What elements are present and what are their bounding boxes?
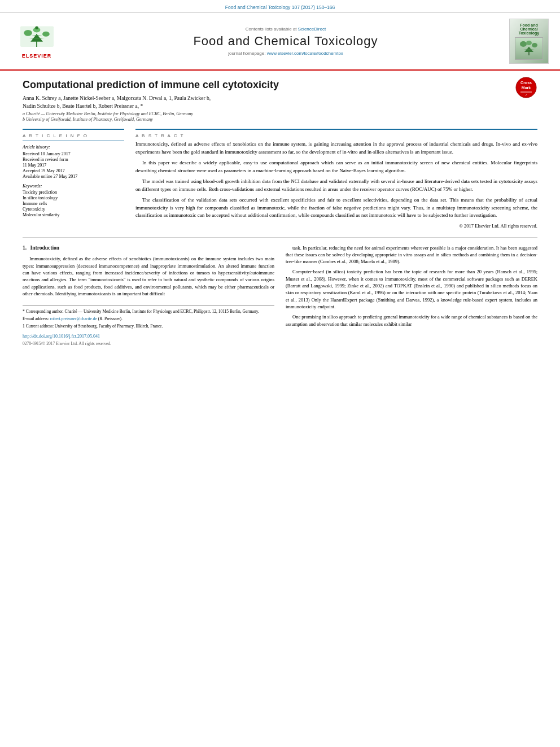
accepted-date: Accepted 19 May 2017 <box>23 168 124 173</box>
abstract-heading: A B S T R A C T <box>135 133 537 138</box>
journal-cover-thumbnail: Food and Chemical Toxicology <box>509 19 549 64</box>
body-left-column: 1. Introduction Immunotoxicity, defined … <box>23 244 274 347</box>
affiliation-a: a Charité — University Medicine Berlin, … <box>23 111 537 116</box>
authors-line2: Nadin Schultze b, Beate Haertel b, Rober… <box>23 103 537 109</box>
svg-text:Mark: Mark <box>522 86 531 90</box>
intro-section-name: Introduction <box>30 245 60 251</box>
svg-point-4 <box>35 27 38 29</box>
elsevier-brand-text: ELSEVIER <box>22 53 52 59</box>
journal-homepage-line: journal homepage: www.elsevier.com/locat… <box>68 51 504 56</box>
intro-section-num: 1. <box>23 245 27 251</box>
sciencedirect-line: Contents lists available at ScienceDirec… <box>68 27 504 32</box>
issn-line: 0278-6915/© 2017 Elsevier Ltd. All right… <box>23 341 274 347</box>
available-date: Available online 27 May 2017 <box>23 174 124 179</box>
crossmark-badge: Cross Mark ✓ <box>515 76 537 100</box>
footnote-email-link[interactable]: robert.preissner@charite.de <box>50 316 97 321</box>
intro-paragraph-2: task. In particular, reducing the need f… <box>286 244 537 265</box>
intro-paragraph-3: Computer-based (in silico) toxicity pred… <box>286 268 537 310</box>
history-label: Article history: <box>23 145 124 150</box>
sciencedirect-link[interactable]: ScienceDirect <box>298 27 326 32</box>
elsevier-logo: ELSEVIER <box>11 24 62 59</box>
article-info-abstract-layout: A R T I C L E I N F O Article history: R… <box>23 129 537 229</box>
crossmark-icon: Cross Mark ✓ <box>515 76 537 99</box>
article-info-column: A R T I C L E I N F O Article history: R… <box>23 129 124 229</box>
svg-point-6 <box>532 43 537 47</box>
svg-point-5 <box>520 41 527 47</box>
cover-title-text: Food and Chemical Toxicology <box>511 23 546 35</box>
body-content: 1. Introduction Immunotoxicity, defined … <box>23 244 537 347</box>
copyright-line: © 2017 Elsevier Ltd. All rights reserved… <box>135 223 537 229</box>
intro-paragraph-1: Immunotoxicity, defined as the adverse e… <box>23 255 274 297</box>
cover-art-icon <box>518 38 540 58</box>
abstract-section: A B S T R A C T Immunotoxicity, defined … <box>135 129 537 229</box>
svg-text:✓: ✓ <box>525 93 527 97</box>
article-info-box: A R T I C L E I N F O Article history: R… <box>23 129 124 217</box>
svg-text:Cross: Cross <box>520 81 532 85</box>
abstract-paragraph-2: In this paper we describe a widely appli… <box>135 159 537 174</box>
abstract-text: Immunotoxicity, defined as adverse effec… <box>135 141 537 220</box>
keyword-5: Molecular similarity <box>23 212 124 217</box>
affiliations: a Charité — University Medicine Berlin, … <box>23 111 537 122</box>
keywords-label: Keywords: <box>23 184 124 189</box>
revised-label: Received in revised form <box>23 157 124 162</box>
journal-homepage-link[interactable]: www.elsevier.com/locate/foodchemtox <box>267 51 343 56</box>
authors-line1: Anna K. Schrey a, Janette Nickel-Seeber … <box>23 95 537 101</box>
journal-main-title: Food and Chemical Toxicology <box>68 34 504 49</box>
keyword-4: Cytotoxicity <box>23 207 124 212</box>
received-date: Received 10 January 2017 <box>23 151 124 156</box>
doi-link[interactable]: http://dx.doi.org/10.1016/j.fct.2017.05.… <box>23 333 274 340</box>
footnote-email: E-mail address: robert.preissner@charite… <box>23 316 274 322</box>
article-content: Cross Mark ✓ Computational prediction of… <box>0 71 560 353</box>
revised-date: 11 May 2017 <box>23 163 124 168</box>
journal-header-area: ELSEVIER Contents lists available at Sci… <box>0 13 560 71</box>
abstract-paragraph-3: The model was trained using blood-cell g… <box>135 178 537 193</box>
body-right-column: task. In particular, reducing the need f… <box>286 244 537 347</box>
keyword-3: Immune cells <box>23 201 124 206</box>
keyword-2: In silico toxicology <box>23 195 124 200</box>
footnote-corresponding: * Corresponding author. Charité — Univer… <box>23 309 274 314</box>
elsevier-tree-icon <box>16 24 58 52</box>
intro-paragraph-4: One promising in silico approach to pred… <box>286 313 537 327</box>
body-divider <box>23 237 537 238</box>
info-divider <box>23 141 124 141</box>
journal-title-area: Contents lists available at ScienceDirec… <box>68 27 504 56</box>
abstract-paragraph-4: The classification of the validation dat… <box>135 196 537 220</box>
svg-point-1 <box>24 30 32 36</box>
abstract-column: A B S T R A C T Immunotoxicity, defined … <box>135 129 537 229</box>
footnote-area: * Corresponding author. Charité — Univer… <box>23 305 274 329</box>
article-title: Computational prediction of immune cell … <box>23 79 537 91</box>
svg-point-7 <box>526 41 532 45</box>
intro-section-title: 1. Introduction <box>23 244 274 252</box>
abstract-paragraph-1: Immunotoxicity, defined as adverse effec… <box>135 141 537 156</box>
footnote-1: 1 Current address: University of Strasbo… <box>23 324 274 329</box>
keywords-section: Keywords: Toxicity prediction In silico … <box>23 184 124 217</box>
affiliation-b: b University of Greifswald, Institute of… <box>23 117 537 122</box>
article-info-heading: A R T I C L E I N F O <box>23 133 124 138</box>
svg-point-2 <box>42 32 50 37</box>
journal-citation-header: Food and Chemical Toxicology 107 (2017) … <box>0 0 560 13</box>
keyword-1: Toxicity prediction <box>23 190 124 195</box>
